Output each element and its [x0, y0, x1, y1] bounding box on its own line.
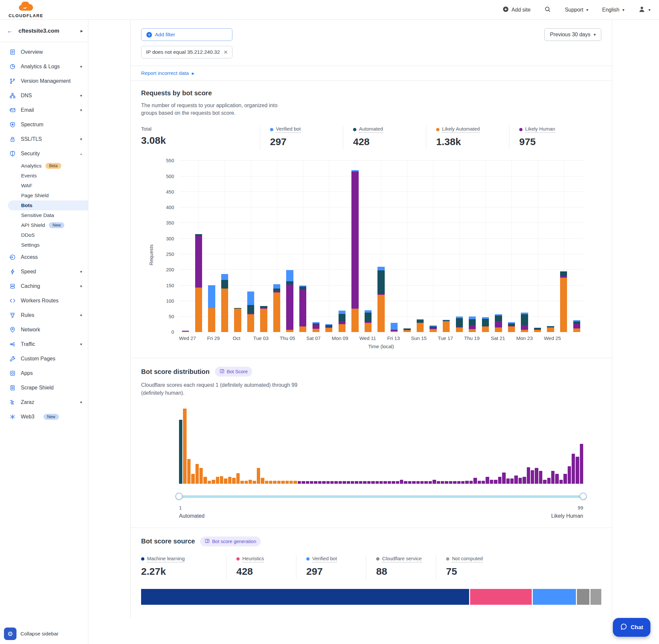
bar-segment-likely-human	[312, 324, 320, 329]
stacked-bar[interactable]	[182, 331, 189, 332]
sidebar-item-version-management[interactable]: Version Management	[0, 74, 88, 88]
language-menu[interactable]: English ▾	[602, 7, 625, 13]
histogram-bar	[408, 481, 411, 484]
sidebar-item-network[interactable]: Network	[0, 322, 88, 337]
stacked-bar[interactable]	[391, 323, 398, 332]
bar-slot	[570, 161, 583, 332]
sidebar-item-security[interactable]: Security▴	[0, 146, 88, 161]
x-tick-label: Wed 27	[179, 335, 196, 341]
x-tick-label: Fri 29	[207, 335, 219, 341]
stacked-bar[interactable]	[521, 313, 528, 332]
sidebar-item-analytics-logs[interactable]: Analytics & Logs▾	[0, 59, 88, 74]
stat-label: Verified bot	[276, 126, 301, 133]
stat-label: Likely Automated	[442, 126, 480, 133]
sidebar-item-custom-pages[interactable]: Custom Pages	[0, 351, 88, 366]
sidebar-item-bots[interactable]: Bots	[8, 201, 88, 210]
stacked-bar[interactable]	[338, 310, 346, 332]
sidebar-item-access[interactable]: Access	[0, 250, 88, 264]
report-incorrect-data-link[interactable]: Report incorrect data ▶	[141, 70, 194, 76]
slider-track[interactable]	[179, 495, 583, 498]
stacked-bar[interactable]	[208, 285, 215, 332]
collapse-sidebar-button[interactable]: Collapse sidebar	[20, 631, 58, 637]
bot-score-badge[interactable]: Bot Score	[215, 367, 253, 376]
bot-score-generation-badge[interactable]: Bot score generation	[200, 536, 261, 546]
sidebar-item-web3[interactable]: Web3New	[0, 410, 88, 424]
stacked-bar[interactable]	[377, 267, 384, 332]
stacked-bar[interactable]	[573, 320, 580, 332]
stacked-bar[interactable]	[325, 324, 332, 332]
sidebar-item-traffic[interactable]: Traffic▾	[0, 337, 88, 351]
sidebar-item-zaraz[interactable]: Zaraz▾	[0, 395, 88, 410]
sidebar-item-label: Scrape Shield	[21, 385, 54, 391]
stacked-bar[interactable]	[417, 319, 424, 332]
stacked-bar[interactable]	[299, 285, 306, 332]
stacked-bar[interactable]	[364, 310, 372, 332]
sidebar-item-api-shield[interactable]: API ShieldNew	[0, 220, 88, 230]
stacked-bar[interactable]	[260, 306, 267, 332]
add-site-button[interactable]: Add site	[503, 6, 531, 14]
stacked-bar[interactable]	[286, 270, 293, 332]
stacked-bar[interactable]	[508, 322, 515, 332]
stacked-bar[interactable]	[469, 317, 476, 332]
sidebar-item-label: Security	[21, 151, 40, 157]
stacked-bar[interactable]	[456, 317, 463, 332]
bar-slot	[297, 161, 310, 332]
stacked-bar[interactable]	[221, 274, 228, 332]
sidebar-item-events[interactable]: Events	[0, 171, 88, 181]
account-menu[interactable]: ▾	[638, 6, 651, 14]
sidebar-item-dns[interactable]: DNS▾	[0, 88, 88, 103]
sidebar-item-ssl-tls[interactable]: SSL/TLS▾	[0, 132, 88, 146]
histogram-bar	[396, 481, 399, 484]
histogram-bar	[481, 481, 485, 484]
stacked-bar[interactable]	[534, 328, 541, 332]
add-filter-button[interactable]: + Add filter	[141, 28, 232, 41]
search-button[interactable]	[544, 6, 551, 14]
sidebar-item-overview[interactable]: Overview	[0, 45, 88, 59]
sidebar-item-caching[interactable]: Caching▾	[0, 279, 88, 294]
sidebar-item-waf[interactable]: WAF	[0, 181, 88, 190]
stacked-bar[interactable]	[351, 170, 358, 332]
sidebar-item-scrape-shield[interactable]: Scrape Shield	[0, 381, 88, 395]
chat-button[interactable]: Chat	[613, 618, 651, 637]
sidebar-item-page-shield[interactable]: Page Shield	[0, 190, 88, 201]
sidebar-item-ddos[interactable]: DDoS	[0, 230, 88, 240]
stacked-bar[interactable]	[495, 314, 502, 332]
sidebar-item-workers-routes[interactable]: Workers Routes	[0, 294, 88, 308]
stacked-bar[interactable]	[273, 284, 280, 332]
stacked-bar[interactable]	[403, 328, 410, 332]
y-tick-label: 200	[157, 267, 174, 272]
stat-label-row: Not computed	[446, 556, 498, 562]
filter-chip[interactable]: IP does not equal 35.212.240.32 ×	[141, 46, 232, 59]
stacked-bar[interactable]	[247, 292, 254, 332]
sidebar-item-analytics[interactable]: AnalyticsBeta	[0, 161, 88, 171]
sidebar-item-settings[interactable]: Settings	[0, 240, 88, 250]
sidebar-item-sensitive-data[interactable]: Sensitive Data	[0, 210, 88, 220]
site-selector[interactable]: ← cftestsite3.com ▸	[0, 20, 88, 42]
stacked-bar[interactable]	[443, 320, 450, 332]
stacked-bar[interactable]	[429, 325, 437, 332]
stacked-bar[interactable]	[547, 326, 554, 332]
stacked-bar[interactable]	[312, 322, 320, 332]
chevron-down-icon: ▾	[622, 7, 625, 12]
sidebar-item-apps[interactable]: Apps	[0, 366, 88, 381]
settings-gear-button[interactable]: ⚙	[4, 627, 17, 640]
date-range-dropdown[interactable]: Previous 30 days ▾	[544, 28, 601, 41]
page: CLOUDFLARE Add site Support ▾ English ▾	[0, 0, 659, 644]
stacked-bar[interactable]	[195, 234, 202, 332]
stacked-bar[interactable]	[234, 308, 241, 332]
book-icon	[219, 369, 225, 374]
sidebar-item-speed[interactable]: Speed▾	[0, 264, 88, 279]
slider-handle-min[interactable]	[175, 493, 183, 500]
back-arrow-icon[interactable]: ←	[6, 27, 13, 34]
legend-dot	[376, 557, 379, 560]
cloudflare-logo[interactable]: CLOUDFLARE	[8, 2, 44, 18]
sidebar-item-rules[interactable]: Rules▾	[0, 308, 88, 322]
sidebar-item-email[interactable]: Email▾	[0, 103, 88, 117]
slider-handle-max[interactable]	[580, 493, 587, 500]
sidebar-item-label: Bots	[21, 203, 32, 208]
support-menu[interactable]: Support ▾	[565, 7, 588, 13]
close-icon[interactable]: ×	[224, 49, 228, 55]
stacked-bar[interactable]	[560, 271, 567, 332]
sidebar-item-spectrum[interactable]: Spectrum	[0, 117, 88, 132]
stacked-bar[interactable]	[482, 317, 489, 332]
